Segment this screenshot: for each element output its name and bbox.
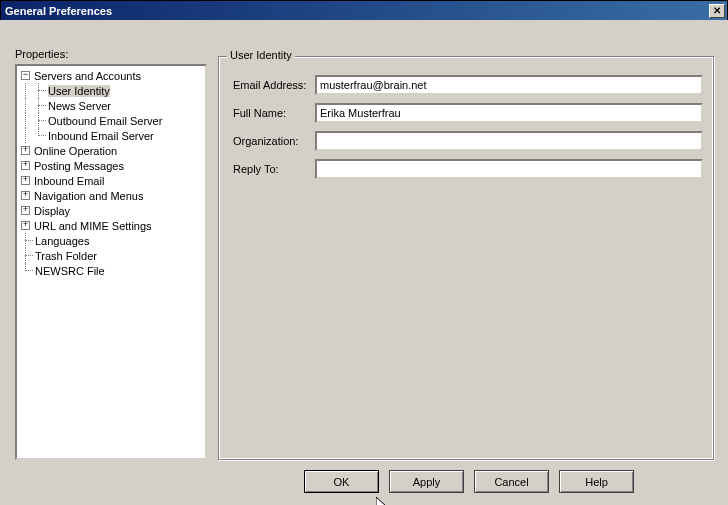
- email-label: Email Address:: [233, 79, 315, 91]
- tree-item-user-identity[interactable]: User Identity: [17, 83, 205, 98]
- tree-item-display[interactable]: + Display: [17, 203, 205, 218]
- cancel-button[interactable]: Cancel: [474, 470, 549, 493]
- expand-icon[interactable]: +: [21, 206, 30, 215]
- tree-item-languages[interactable]: Languages: [17, 233, 205, 248]
- tree-item-servers-accounts[interactable]: − Servers and Accounts: [17, 68, 205, 83]
- organization-label: Organization:: [233, 135, 315, 147]
- help-button[interactable]: Help: [559, 470, 634, 493]
- replyto-field[interactable]: [315, 159, 703, 179]
- titlebar: General Preferences ✕: [1, 1, 727, 21]
- tree-item-newsrc[interactable]: NEWSRC File: [17, 263, 205, 278]
- tree-item-trash-folder[interactable]: Trash Folder: [17, 248, 205, 263]
- email-field[interactable]: [315, 75, 703, 95]
- fullname-field[interactable]: [315, 103, 703, 123]
- tree-item-posting-messages[interactable]: + Posting Messages: [17, 158, 205, 173]
- properties-tree[interactable]: − Servers and Accounts User Identity New…: [15, 64, 207, 460]
- close-icon: ✕: [713, 6, 721, 16]
- client-area: Properties: − Servers and Accounts User …: [0, 20, 728, 505]
- close-button[interactable]: ✕: [709, 4, 725, 18]
- tree-item-inbound-email[interactable]: + Inbound Email: [17, 173, 205, 188]
- tree-item-navigation[interactable]: + Navigation and Menus: [17, 188, 205, 203]
- tree-item-online-operation[interactable]: + Online Operation: [17, 143, 205, 158]
- apply-button[interactable]: Apply: [389, 470, 464, 493]
- expand-icon[interactable]: +: [21, 161, 30, 170]
- collapse-icon[interactable]: −: [21, 71, 30, 80]
- fullname-label: Full Name:: [233, 107, 315, 119]
- window-title: General Preferences: [5, 5, 112, 17]
- expand-icon[interactable]: +: [21, 146, 30, 155]
- ok-button[interactable]: OK: [304, 470, 379, 493]
- tree-item-news-server[interactable]: News Server: [17, 98, 205, 113]
- group-title: User Identity: [227, 49, 295, 61]
- properties-label: Properties:: [15, 48, 68, 60]
- tree-item-outbound-email[interactable]: Outbound Email Server: [17, 113, 205, 128]
- replyto-label: Reply To:: [233, 163, 315, 175]
- identity-form: Email Address: Full Name: Organization: …: [233, 75, 703, 187]
- expand-icon[interactable]: +: [21, 176, 30, 185]
- cursor-icon: [376, 497, 388, 505]
- expand-icon[interactable]: +: [21, 191, 30, 200]
- expand-icon[interactable]: +: [21, 221, 30, 230]
- organization-field[interactable]: [315, 131, 703, 151]
- tree-item-inbound-email-server[interactable]: Inbound Email Server: [17, 128, 205, 143]
- user-identity-group: User Identity Email Address: Full Name: …: [218, 56, 714, 460]
- tree-item-url-mime[interactable]: + URL and MIME Settings: [17, 218, 205, 233]
- dialog-buttons: OK Apply Cancel Help: [0, 470, 728, 493]
